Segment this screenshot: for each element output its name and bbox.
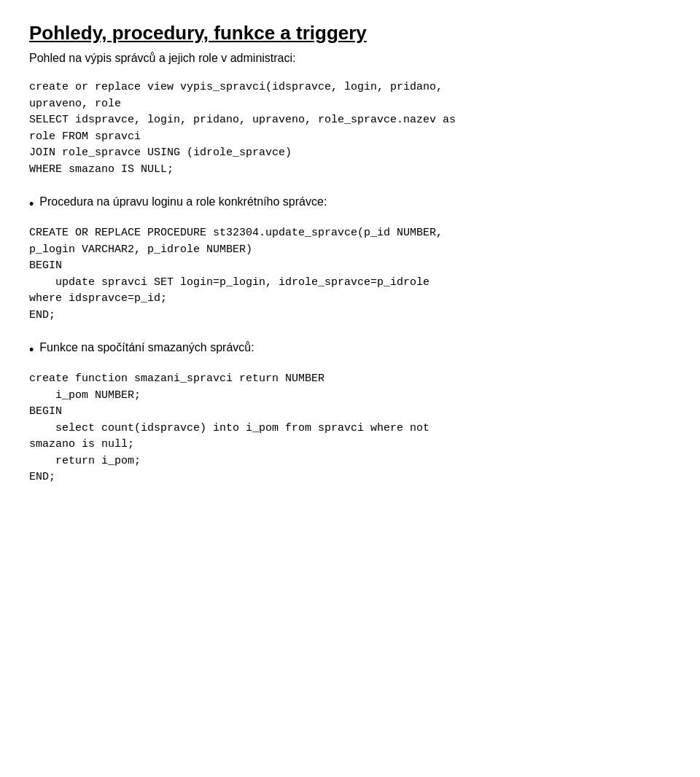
- procedure-bullet-wrapper: • Procedura na úpravu loginu a role konk…: [29, 195, 671, 214]
- function-label: Funkce na spočítání smazaných správců:: [39, 341, 254, 354]
- function-section: • Funkce na spočítání smazaných správců:…: [29, 341, 671, 486]
- procedure-section: • Procedura na úpravu loginu a role konk…: [29, 195, 671, 324]
- page-title: Pohledy, procedury, funkce a triggery: [29, 22, 671, 44]
- bullet-icon-2: •: [29, 341, 34, 359]
- code-view: create or replace view vypis_spravci(ids…: [29, 79, 671, 178]
- function-bullet-wrapper: • Funkce na spočítání smazaných správců:: [29, 341, 671, 359]
- procedure-label: Procedura na úpravu loginu a role konkré…: [39, 195, 327, 208]
- bullet-icon: •: [29, 195, 34, 214]
- code-function: create function smazani_spravci return N…: [29, 371, 671, 486]
- intro-text: Pohled na výpis správců a jejich role v …: [29, 52, 671, 65]
- code-procedure: CREATE OR REPLACE PROCEDURE st32304.upda…: [29, 225, 671, 324]
- view-section: create or replace view vypis_spravci(ids…: [29, 79, 671, 178]
